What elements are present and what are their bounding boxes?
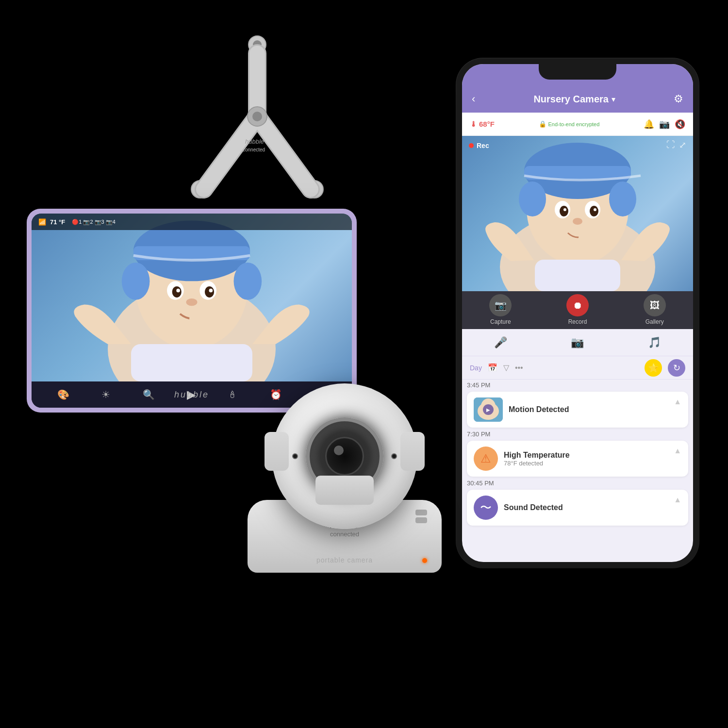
record-button[interactable]: ⏺ Record (566, 294, 589, 325)
event-time-1: 3:45 PM (467, 381, 688, 389)
collapse-icon-motion[interactable]: ▲ (674, 397, 681, 406)
camera-unit: hubble connected portable camera (223, 330, 466, 573)
refresh-button[interactable]: ↻ (668, 359, 685, 377)
svg-point-34 (590, 206, 598, 216)
rec-badge: Rec (469, 142, 489, 149)
play-button-motion[interactable]: ▶ (483, 404, 494, 415)
gallery-button[interactable]: 🖼 Gallery (644, 294, 666, 325)
svg-point-33 (560, 206, 568, 216)
snapshot-icon[interactable]: 📷 (659, 119, 670, 130)
more-icon[interactable]: ••• (515, 364, 523, 372)
temp-event-label: High Temperature (504, 451, 570, 460)
microphone-icon[interactable]: 🎤 (494, 336, 507, 349)
notification-icon[interactable]: 🔔 (644, 119, 654, 130)
event-item-temperature[interactable]: ⚠ High Temperature 78°F detected ▲ (467, 441, 688, 477)
svg-text:hubble: hubble (245, 138, 264, 145)
phone-video-feed: Rec ⛶ ⤢ (462, 136, 693, 291)
sound-wave-icon: 〜 (480, 500, 492, 515)
temp-event-sublabel: 78°F detected (504, 460, 570, 467)
zoom-icon[interactable]: 🔍 (143, 389, 155, 400)
ir-sensor-left (292, 453, 298, 459)
phone-info-bar: 🌡 68°F 🔒 End-to-end encrypted 🔔 📷 🔇 (462, 113, 693, 136)
camera-label: portable camera (316, 556, 373, 564)
phone-screen: ‹ Nursery Camera ▾ ⚙ 🌡 68°F 🔒 End-to-end… (462, 64, 693, 562)
sound-icon-circle: 〜 (474, 496, 498, 520)
info-action-icons: 🔔 📷 🔇 (644, 119, 685, 130)
day-tab[interactable]: Day (470, 364, 482, 372)
camera-lens-inner (325, 437, 364, 476)
svg-rect-39 (535, 260, 620, 291)
svg-point-15 (234, 263, 262, 300)
svg-point-38 (579, 224, 608, 249)
temperature-icon-circle: ⚠ (474, 447, 498, 471)
record-label: Record (568, 318, 587, 325)
led-indicator (422, 558, 427, 563)
motion-label: Motion Detected (509, 405, 569, 414)
camera-media-icon[interactable]: 📷 (571, 336, 584, 349)
calendar-icon[interactable]: 📅 (488, 363, 497, 372)
gallery-icon: 🖼 (644, 294, 666, 316)
camera-icon: 🔴1 📷2 📷3 📷4 (72, 219, 116, 225)
svg-point-37 (573, 218, 582, 225)
svg-point-14 (122, 263, 150, 300)
phone: ‹ Nursery Camera ▾ ⚙ 🌡 68°F 🔒 End-to-end… (456, 58, 699, 568)
mute-icon[interactable]: 🔇 (675, 119, 685, 130)
mount-bracket: hubble connected (189, 29, 325, 214)
fullscreen-icon[interactable]: ⛶ (666, 140, 675, 150)
event-item-motion[interactable]: ▶ Motion Detected ▲ (467, 392, 688, 428)
event-item-sound[interactable]: 〜 Sound Detected ▲ (467, 490, 688, 526)
record-icon: ⏺ (566, 294, 589, 316)
color-icon[interactable]: 🎨 (57, 389, 69, 400)
secure-text: End-to-end encrypted (548, 121, 600, 127)
tablet-status-bar: 📶 71 °F 🔴1 📷2 📷3 📷4 (32, 214, 352, 230)
expand-icon[interactable]: ⤢ (679, 140, 686, 150)
lens-glare (334, 446, 344, 455)
collapse-icon-sound[interactable]: ▲ (674, 496, 681, 504)
settings-icon[interactable]: ⚙ (674, 93, 683, 105)
event-thumbnail-motion: ▶ (474, 397, 503, 422)
thermometer-icon: 🌡 (470, 120, 477, 128)
svg-point-7 (252, 112, 262, 121)
tablet-temp: 71 °F (50, 218, 65, 226)
brightness-icon[interactable]: ☀ (101, 389, 110, 400)
svg-point-20 (176, 289, 180, 293)
filter-icon[interactable]: ▽ (503, 363, 509, 372)
collapse-icon-temp[interactable]: ▲ (674, 447, 681, 455)
music-icon[interactable]: 🎵 (648, 336, 661, 349)
svg-point-18 (172, 286, 182, 298)
capture-icon: 📷 (489, 294, 512, 316)
warning-icon: ⚠ (480, 452, 491, 465)
rec-label: Rec (477, 142, 489, 149)
temp-value: 68°F (479, 120, 495, 128)
tablet-brand: hubble (174, 390, 209, 400)
phone-notch (539, 64, 616, 80)
event-time-3: 30:45 PM (467, 480, 688, 487)
svg-point-29 (519, 182, 546, 216)
camera-body (272, 383, 417, 529)
back-button[interactable]: ‹ (472, 93, 475, 105)
lock-icon: 🔒 (539, 120, 546, 128)
camera-neck (315, 476, 374, 505)
gallery-label: Gallery (645, 318, 664, 325)
temperature-display: 🌡 68°F (470, 120, 495, 128)
svg-point-30 (609, 182, 636, 216)
video-controls[interactable]: ⛶ ⤢ (666, 140, 686, 150)
svg-text:connected: connected (243, 147, 265, 152)
security-indicator: 🔒 End-to-end encrypted (539, 120, 600, 128)
nav-title-arrow[interactable]: ▾ (612, 95, 615, 104)
camera-ear-left (265, 432, 289, 471)
nav-title: Nursery Camera (533, 94, 609, 105)
nav-title-group: Nursery Camera ▾ (533, 94, 615, 105)
capture-label: Capture (490, 318, 511, 325)
svg-point-19 (205, 286, 214, 298)
event-info-temp: High Temperature 78°F detected (504, 451, 570, 467)
ir-sensor-right (391, 453, 397, 459)
camera-ear-right (400, 432, 425, 471)
action-bar: 📷 Capture ⏺ Record 🖼 Gallery (462, 290, 693, 329)
star-button[interactable]: ⭐ (645, 359, 662, 377)
event-info-motion: Motion Detected (509, 405, 569, 414)
event-info-sound: Sound Detected (504, 503, 563, 512)
rec-dot (469, 143, 474, 148)
capture-button[interactable]: 📷 Capture (489, 294, 512, 325)
svg-point-21 (209, 289, 213, 293)
